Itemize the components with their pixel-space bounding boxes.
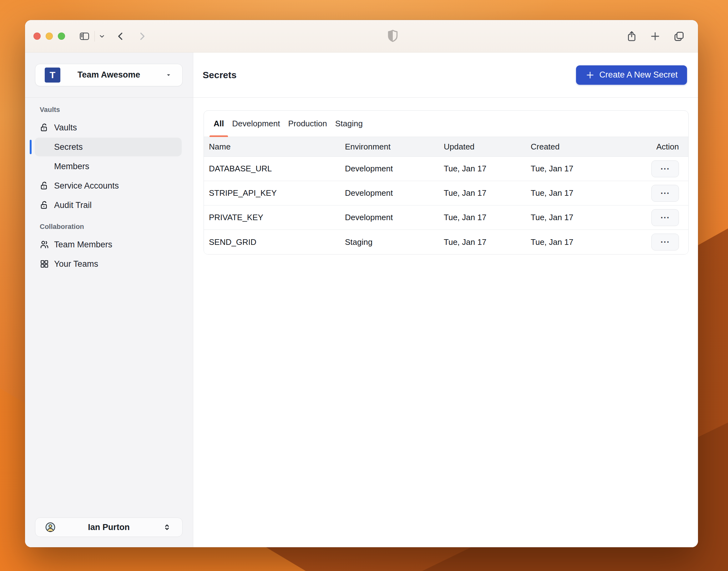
secret-name: DATABASE_URL bbox=[204, 164, 340, 174]
sidebar-item-label: Your Teams bbox=[54, 259, 98, 269]
sidebar-item-audit-trail[interactable]: Audit Trail bbox=[35, 196, 182, 215]
sidebar-item-secrets[interactable]: Secrets bbox=[35, 138, 182, 156]
table-row: DATABASE_URL Development Tue, Jan 17 Tue… bbox=[204, 157, 688, 181]
app-window: T Team Awesome Vaults bbox=[25, 20, 698, 547]
sidebar: T Team Awesome Vaults bbox=[25, 52, 193, 547]
desktop-wallpaper: T Team Awesome Vaults bbox=[0, 0, 728, 571]
team-avatar: T bbox=[45, 68, 60, 83]
tab-label: Staging bbox=[335, 119, 363, 128]
lock-open-icon bbox=[40, 123, 49, 132]
lock-open-icon bbox=[40, 201, 49, 210]
secret-updated: Tue, Jan 17 bbox=[439, 213, 526, 222]
titlebar bbox=[25, 20, 698, 52]
table-row: STRIPE_API_KEY Development Tue, Jan 17 T… bbox=[204, 181, 688, 206]
table-row: SEND_GRID Staging Tue, Jan 17 Tue, Jan 1… bbox=[204, 230, 688, 254]
minimize-window-button[interactable] bbox=[46, 32, 53, 40]
tab-overview-icon[interactable] bbox=[673, 30, 685, 42]
forward-button[interactable] bbox=[137, 31, 147, 42]
nav-section-collaboration: Collaboration bbox=[40, 223, 193, 231]
share-icon[interactable] bbox=[626, 30, 637, 42]
main-header: Secrets Create A New Secret bbox=[193, 52, 698, 98]
secrets-card: All Development Production Staging bbox=[204, 110, 689, 254]
secret-updated: Tue, Jan 17 bbox=[439, 164, 526, 174]
sidebar-item-label: Service Accounts bbox=[54, 181, 119, 191]
sidebar-toggle-icon[interactable] bbox=[78, 31, 91, 42]
column-header-action: Action bbox=[635, 142, 688, 152]
tab-label: All bbox=[214, 119, 224, 128]
plus-icon bbox=[585, 70, 595, 80]
column-header-environment: Environment bbox=[340, 142, 439, 152]
tab-staging[interactable]: Staging bbox=[331, 111, 367, 137]
secret-environment: Development bbox=[340, 188, 439, 198]
sidebar-item-label: Audit Trail bbox=[54, 201, 92, 210]
grid-icon bbox=[40, 259, 49, 268]
sidebar-item-label: Vaults bbox=[54, 123, 77, 133]
user-name: Ian Purton bbox=[88, 523, 130, 532]
users-icon bbox=[40, 240, 49, 249]
secret-name: SEND_GRID bbox=[204, 237, 340, 247]
back-button[interactable] bbox=[115, 31, 126, 42]
titlebar-right-group bbox=[626, 30, 685, 42]
row-actions-button[interactable]: ... bbox=[651, 234, 679, 250]
secret-name: STRIPE_API_KEY bbox=[204, 188, 340, 198]
environment-tabs: All Development Production Staging bbox=[204, 111, 688, 137]
team-initial: T bbox=[50, 70, 55, 80]
secret-updated: Tue, Jan 17 bbox=[439, 188, 526, 198]
ellipsis-icon: ... bbox=[660, 211, 670, 220]
sidebar-item-team-members[interactable]: Team Members bbox=[35, 235, 182, 254]
shield-icon bbox=[386, 29, 399, 44]
selected-indicator bbox=[30, 140, 31, 154]
create-secret-button[interactable]: Create A New Secret bbox=[576, 65, 687, 85]
nav-section-vaults: Vaults bbox=[40, 106, 193, 114]
ellipsis-icon: ... bbox=[660, 186, 670, 196]
secret-environment: Development bbox=[340, 164, 439, 174]
tab-all[interactable]: All bbox=[210, 111, 228, 137]
secret-created: Tue, Jan 17 bbox=[526, 237, 635, 247]
main-panel: Secrets Create A New Secret All bbox=[193, 52, 698, 547]
sidebar-header: T Team Awesome bbox=[25, 52, 193, 98]
sidebar-item-label: Team Members bbox=[54, 240, 112, 249]
row-actions-button[interactable]: ... bbox=[651, 209, 679, 226]
close-window-button[interactable] bbox=[33, 32, 41, 40]
team-switcher[interactable]: T Team Awesome bbox=[35, 64, 183, 86]
secret-created: Tue, Jan 17 bbox=[526, 188, 635, 198]
column-header-created: Created bbox=[526, 142, 635, 152]
row-actions-button[interactable]: ... bbox=[651, 185, 679, 202]
team-name: Team Awesome bbox=[78, 70, 140, 80]
ellipsis-icon: ... bbox=[660, 235, 670, 245]
column-header-name: Name bbox=[204, 142, 340, 152]
tab-label: Development bbox=[232, 119, 280, 128]
secret-updated: Tue, Jan 17 bbox=[439, 237, 526, 247]
user-avatar-icon bbox=[45, 522, 56, 533]
user-menu[interactable]: Ian Purton bbox=[35, 518, 183, 537]
sidebar-nav: Vaults Vaults Secrets bbox=[25, 98, 193, 518]
sidebar-item-label: Secrets bbox=[54, 142, 83, 152]
lock-open-icon bbox=[40, 181, 49, 191]
sidebar-item-vaults[interactable]: Vaults bbox=[35, 118, 182, 137]
sidebar-item-your-teams[interactable]: Your Teams bbox=[35, 254, 182, 273]
tab-development[interactable]: Development bbox=[228, 111, 284, 137]
chevron-down-icon[interactable] bbox=[99, 33, 105, 40]
sidebar-footer: Ian Purton bbox=[25, 518, 193, 547]
row-actions-button[interactable]: ... bbox=[651, 160, 679, 177]
active-tab-underline bbox=[210, 135, 228, 137]
main-content: All Development Production Staging bbox=[193, 98, 698, 547]
table-header: Name Environment Updated Created Action bbox=[204, 137, 688, 157]
column-header-updated: Updated bbox=[439, 142, 526, 152]
sidebar-toggle-group bbox=[78, 31, 105, 42]
secret-environment: Staging bbox=[340, 237, 439, 247]
tab-production[interactable]: Production bbox=[284, 111, 331, 137]
secret-name: PRIVATE_KEY bbox=[204, 213, 340, 222]
tab-label: Production bbox=[288, 119, 327, 128]
sidebar-item-service-accounts[interactable]: Service Accounts bbox=[35, 177, 182, 195]
zoom-window-button[interactable] bbox=[58, 32, 65, 40]
sidebar-item-members[interactable]: Members bbox=[35, 157, 182, 176]
chevrons-up-down-icon bbox=[163, 523, 171, 531]
caret-down-icon bbox=[165, 72, 172, 78]
secret-created: Tue, Jan 17 bbox=[526, 213, 635, 222]
page-title: Secrets bbox=[203, 70, 236, 80]
secret-created: Tue, Jan 17 bbox=[526, 164, 635, 174]
new-tab-icon[interactable] bbox=[650, 31, 660, 41]
secret-environment: Development bbox=[340, 213, 439, 222]
table-row: PRIVATE_KEY Development Tue, Jan 17 Tue,… bbox=[204, 206, 688, 230]
